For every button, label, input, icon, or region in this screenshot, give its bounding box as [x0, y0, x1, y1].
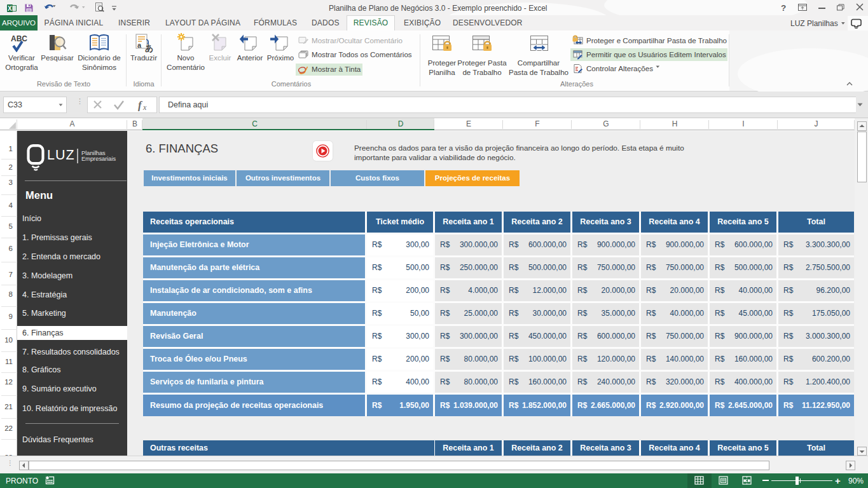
svg-text:あ: あ	[145, 43, 153, 53]
svg-text:a: a	[137, 41, 142, 49]
svg-text:ABC: ABC	[11, 34, 27, 43]
svg-text:f: f	[138, 99, 143, 111]
svg-text:x: x	[142, 103, 147, 112]
svg-text:X: X	[8, 5, 12, 12]
